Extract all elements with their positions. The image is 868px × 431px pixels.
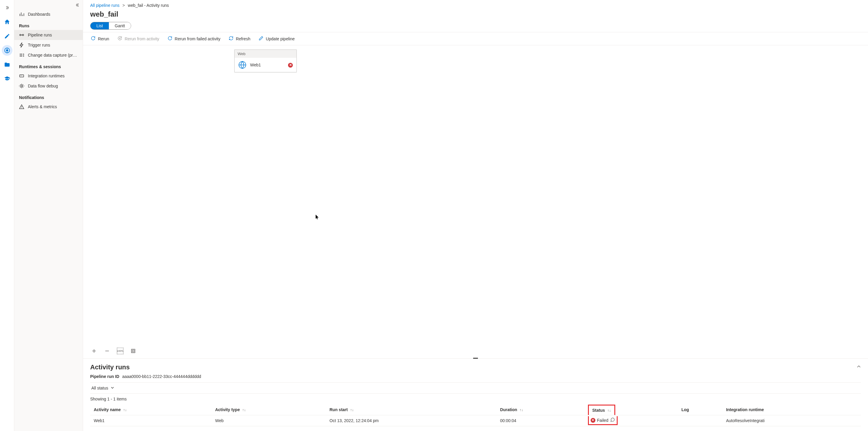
sidebar-section-notifications: Notifications bbox=[14, 91, 83, 102]
sidebar-item-dashboards[interactable]: Dashboards bbox=[14, 9, 83, 19]
sidebar-item-cdc[interactable]: Change data capture (previ... bbox=[14, 50, 83, 60]
cell-activity-name: Web1 bbox=[90, 415, 212, 426]
col-duration[interactable]: Duration↑↓ bbox=[497, 404, 588, 415]
learn-icon[interactable] bbox=[2, 73, 12, 84]
rerun-activity-icon bbox=[118, 36, 122, 41]
sidebar-item-trigger-runs[interactable]: Trigger runs bbox=[14, 40, 83, 50]
sidebar-label: Data flow debug bbox=[28, 84, 58, 88]
main-content: All pipeline runs > web_fail - Activity … bbox=[83, 0, 868, 431]
sort-icon: ↑↓ bbox=[242, 408, 246, 412]
sidebar: Dashboards Runs Pipeline runs Trigger ru… bbox=[14, 0, 83, 431]
cell-log bbox=[678, 415, 722, 426]
zoom-reset-icon[interactable]: 100% bbox=[117, 348, 123, 354]
toolbar: Rerun Rerun from activity Rerun from fai… bbox=[83, 32, 868, 45]
activity-node-web1[interactable]: Web Web1 ✕ bbox=[235, 49, 297, 72]
activity-runs-title: Activity runs bbox=[90, 363, 130, 371]
cdc-icon bbox=[19, 53, 24, 58]
rerun-from-failed-button[interactable]: Rerun from failed activity bbox=[167, 35, 221, 43]
debug-icon bbox=[19, 83, 24, 89]
svg-point-1 bbox=[6, 49, 8, 51]
sidebar-section-runtimes: Runtimes & sessions bbox=[14, 60, 83, 71]
sidebar-label: Change data capture (previ... bbox=[28, 53, 78, 58]
manage-icon[interactable] bbox=[2, 59, 12, 70]
activity-runs-panel: Activity runs Pipeline run ID aaaa0000-b… bbox=[83, 359, 868, 431]
col-activity-name[interactable]: Activity name↑↓ bbox=[90, 404, 212, 415]
zoom-fit-icon[interactable] bbox=[130, 348, 136, 354]
trigger-icon bbox=[19, 42, 24, 48]
refresh-button[interactable]: Refresh bbox=[228, 35, 251, 43]
svg-point-2 bbox=[20, 34, 21, 36]
web-activity-icon bbox=[238, 61, 247, 69]
alert-icon bbox=[19, 104, 24, 109]
error-message-icon[interactable] bbox=[610, 418, 615, 423]
view-gantt-button[interactable]: Gantt bbox=[109, 22, 131, 29]
pipeline-canvas[interactable]: Web Web1 ✕ 100% bbox=[83, 45, 868, 359]
node-name: Web1 bbox=[250, 63, 261, 67]
rerun-failed-icon bbox=[167, 36, 173, 41]
cell-activity-type: Web bbox=[212, 415, 326, 426]
collapse-panel-icon[interactable] bbox=[857, 365, 861, 370]
home-icon[interactable] bbox=[2, 16, 12, 27]
showing-count: Showing 1 - 1 items bbox=[90, 397, 861, 401]
cell-status: ✕ Failed bbox=[588, 415, 678, 426]
runtime-icon bbox=[19, 73, 24, 78]
sidebar-item-integration-runtimes[interactable]: Integration runtimes bbox=[14, 71, 83, 81]
sidebar-label: Trigger runs bbox=[28, 43, 50, 47]
col-status[interactable]: Status↑↓ bbox=[588, 404, 678, 415]
node-status-failed-icon: ✕ bbox=[288, 62, 293, 68]
sort-icon: ↑↓ bbox=[350, 408, 353, 412]
sidebar-item-pipeline-runs[interactable]: Pipeline runs bbox=[14, 30, 83, 40]
sort-icon: ↑↓ bbox=[123, 408, 127, 412]
breadcrumb-root[interactable]: All pipeline runs bbox=[90, 3, 120, 8]
sidebar-item-dataflow-debug[interactable]: Data flow debug bbox=[14, 81, 83, 91]
svg-point-5 bbox=[21, 85, 23, 87]
svg-rect-8 bbox=[131, 349, 135, 353]
monitor-icon[interactable] bbox=[2, 45, 12, 56]
cell-run-start: Oct 13, 2022, 12:24:04 pm bbox=[326, 415, 497, 426]
sidebar-label: Pipeline runs bbox=[28, 33, 52, 37]
col-activity-type[interactable]: Activity type↑↓ bbox=[212, 404, 326, 415]
breadcrumb-sep: > bbox=[123, 3, 125, 8]
sidebar-label: Dashboards bbox=[28, 12, 51, 16]
rerun-button[interactable]: Rerun bbox=[90, 35, 110, 43]
dashboard-icon bbox=[19, 11, 24, 17]
cell-runtime: AutoResolveIntegrati bbox=[722, 415, 861, 426]
failed-status-icon: ✕ bbox=[591, 418, 595, 423]
status-filter-dropdown[interactable]: All status bbox=[90, 385, 115, 391]
rerun-icon bbox=[91, 36, 95, 41]
col-integration-runtime[interactable]: Integration runtime bbox=[722, 404, 861, 415]
author-icon[interactable] bbox=[2, 31, 12, 41]
col-log[interactable]: Log bbox=[678, 404, 722, 415]
sidebar-item-alerts[interactable]: Alerts & metrics bbox=[14, 102, 83, 112]
rerun-from-activity-button: Rerun from activity bbox=[117, 35, 160, 43]
icon-rail bbox=[0, 0, 14, 431]
refresh-icon bbox=[229, 36, 234, 41]
col-run-start[interactable]: Run start↑↓ bbox=[326, 404, 497, 415]
zoom-out-icon[interactable] bbox=[104, 348, 111, 354]
sort-icon: ↑↓ bbox=[607, 408, 611, 412]
pipeline-icon bbox=[19, 32, 24, 38]
svg-rect-9 bbox=[132, 350, 134, 352]
sidebar-section-runs: Runs bbox=[14, 19, 83, 30]
view-list-button[interactable]: List bbox=[91, 22, 109, 29]
table-row[interactable]: Web1 Web Oct 13, 2022, 12:24:04 pm 00:00… bbox=[90, 415, 861, 426]
breadcrumb-current: web_fail - Activity runs bbox=[128, 3, 169, 8]
resize-handle[interactable] bbox=[473, 358, 478, 359]
chevron-down-icon bbox=[111, 386, 114, 390]
svg-point-3 bbox=[22, 34, 24, 36]
run-id-value: aaaa0000-bb11-2222-33cc-444444dddddd bbox=[122, 374, 201, 379]
sidebar-label: Integration runtimes bbox=[28, 73, 65, 78]
zoom-in-icon[interactable] bbox=[91, 348, 97, 354]
edit-icon bbox=[259, 36, 264, 41]
activity-runs-table: Activity name↑↓ Activity type↑↓ Run star… bbox=[90, 404, 861, 426]
breadcrumb: All pipeline runs > web_fail - Activity … bbox=[83, 0, 868, 9]
svg-point-6 bbox=[120, 38, 120, 39]
expand-rail-icon[interactable] bbox=[2, 2, 12, 13]
sidebar-label: Alerts & metrics bbox=[28, 104, 57, 109]
run-id-label: Pipeline run ID bbox=[90, 374, 119, 379]
cell-duration: 00:00:04 bbox=[497, 415, 588, 426]
page-title: web_fail bbox=[83, 9, 868, 22]
update-pipeline-button[interactable]: Update pipeline bbox=[258, 35, 295, 43]
node-type-label: Web bbox=[235, 50, 297, 58]
collapse-sidebar-icon[interactable] bbox=[73, 2, 83, 9]
